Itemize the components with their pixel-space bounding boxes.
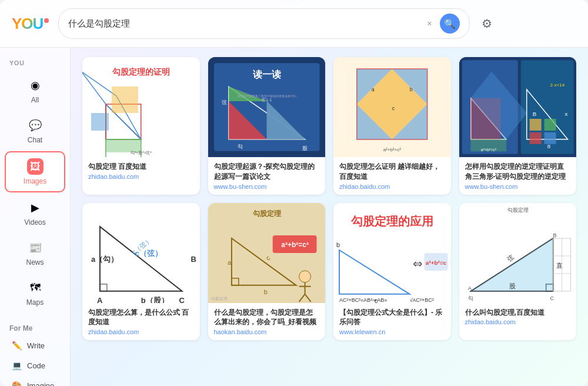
app-container: YOU × 🔍 ⚙ YOU ◉ All 💬 Chat 🖼 [0, 0, 588, 386]
svg-text:B: B [532, 111, 536, 117]
card-svg-8: 股 直 弦 勾股定理 勾 C B [459, 203, 577, 303]
svg-rect-50 [529, 132, 541, 144]
sidebar-you-label: YOU [0, 57, 70, 70]
svg-text:我国古代把直角三角形中较短的直角边称为勾: 我国古代把直角三角形中较短的直角边称为勾 [237, 94, 296, 98]
card-info-2: 勾股定理起源？-探究勾股定理的起源写一篇议论文 www.bu-shen.com [208, 157, 326, 195]
main-layout: YOU ◉ All 💬 Chat 🖼 Images ▶ Videos 📰 New… [0, 48, 588, 386]
svg-text:a²+b²=c²: a²+b²=c² [281, 241, 309, 249]
chat-icon: 💬 [27, 117, 44, 134]
card-url-6: haokan.baidu.com [214, 328, 320, 335]
card-title-8: 什么叫勾股定理,百度知道 [465, 308, 571, 318]
svg-text:a（勾）: a（勾） [91, 255, 118, 264]
svg-text:a²+b²=c: a²+b²=c [426, 259, 447, 266]
svg-text:a²+b²=c²: a²+b²=c² [383, 147, 401, 152]
sidebar-news-label: News [26, 258, 44, 267]
search-bar: × 🔍 [58, 8, 470, 39]
svg-text:√AC²+BC²: √AC²+BC² [410, 297, 434, 302]
svg-text:b: b [263, 288, 267, 295]
sidebar-item-maps[interactable]: 🗺 Maps [5, 274, 65, 312]
card-svg-3: a b c a²+b²=c² [333, 57, 451, 157]
svg-rect-49 [544, 119, 556, 131]
image-thumb-2: 读一读 勾 股 弦 图1-1 [208, 57, 326, 157]
svg-text:b: b [410, 86, 413, 92]
sidebar-item-videos[interactable]: ▶ Videos [5, 194, 65, 232]
card-url-5: zhidao.baidu.com [88, 328, 194, 335]
image-card-5[interactable]: B b（股） a（勾） c（弦） A C c（弦） 勾股定理怎么算，是什么公式 … [82, 203, 200, 341]
sidebar-item-news[interactable]: 📰 News [5, 234, 65, 272]
card-title-2: 勾股定理起源？-探究勾股定理的起源写一篇议论文 [214, 162, 320, 182]
sidebar-item-all[interactable]: ◉ All [5, 71, 65, 110]
card-svg-1: 勾股定理的证明 勾²+股²=弦² [82, 57, 200, 157]
image-thumb-5: B b（股） a（勾） c（弦） A C c（弦） [82, 203, 200, 303]
svg-rect-7 [112, 86, 138, 113]
svg-text:直: 直 [556, 262, 562, 269]
sidebar-item-images[interactable]: 🖼 Images [5, 151, 65, 192]
sidebar-item-code[interactable]: 💻 Code [4, 356, 66, 375]
image-card-7[interactable]: 勾股定理的应用 b c ⇔ a²+b²=c AC²+BC²=AB²⇒AB= [333, 203, 451, 341]
svg-text:AC²+BC²=AB²⇒AB=: AC²+BC²=AB²⇒AB= [339, 297, 387, 302]
imagine-label: Imagine [27, 381, 54, 387]
svg-text:C: C [550, 295, 554, 301]
svg-text:B: B [191, 255, 196, 264]
card-info-4: 怎样用勾股定理的逆定理证明直角三角形-证明勾股定理的逆定理 www.bu-she… [459, 157, 577, 195]
card-info-8: 什么叫勾股定理,百度知道 zhidao.baidu.com [459, 303, 577, 331]
sidebar-images-label: Images [24, 177, 46, 185]
clear-button[interactable]: × [423, 18, 435, 29]
videos-icon: ▶ [27, 199, 44, 216]
image-card-8[interactable]: 股 直 弦 勾股定理 勾 C B [459, 203, 577, 341]
image-thumb-7: 勾股定理的应用 b c ⇔ a²+b²=c AC²+BC²=AB²⇒AB= [333, 203, 451, 303]
code-icon: 💻 [11, 361, 22, 370]
card-title-4: 怎样用勾股定理的逆定理证明直角三角形-证明勾股定理的逆定理 [465, 162, 571, 182]
logo-dot [44, 18, 49, 23]
search-button[interactable]: 🔍 [440, 14, 460, 34]
write-label: Write [27, 341, 45, 350]
svg-text:读一读: 读一读 [252, 69, 280, 79]
svg-text:勾股定理的应用: 勾股定理的应用 [350, 215, 433, 228]
for-me-label: For Me [0, 322, 70, 335]
imagine-icon: 🎨 [11, 381, 22, 386]
svg-text:c: c [392, 105, 395, 111]
card-svg-2: 读一读 勾 股 弦 图1-1 [208, 57, 326, 157]
image-card-4[interactable]: a²+b²=c² B 8 x 2-x<14 [459, 57, 577, 195]
settings-button[interactable]: ⚙ [477, 14, 497, 33]
svg-text:勾股定理: 勾股定理 [507, 207, 528, 213]
image-card-3[interactable]: a b c a²+b²=c² 勾股定理怎么证明 越详细越好，百度知道 zhida… [333, 57, 451, 195]
search-input[interactable] [68, 19, 419, 29]
code-label: Code [27, 361, 45, 370]
card-svg-6: 勾股定理 a b c a²+b²=c² [208, 203, 326, 303]
card-title-3: 勾股定理怎么证明 越详细越好，百度知道 [339, 162, 445, 182]
card-url-8: zhidao.baidu.com [465, 318, 571, 325]
svg-text:勾股定理: 勾股定理 [211, 296, 227, 300]
sidebar-item-imagine[interactable]: 🎨 Imagine [4, 376, 66, 386]
card-url-4: www.bu-shen.com [465, 183, 571, 190]
card-title-7: 【勾股定理公式大全是什么】- 乐乐问答 [339, 308, 445, 328]
svg-text:2-x<14: 2-x<14 [550, 82, 564, 88]
card-url-3: zhidao.baidu.com [339, 183, 445, 190]
write-icon: ✏️ [11, 341, 22, 350]
svg-text:股: 股 [509, 282, 515, 289]
search-icon: 🔍 [444, 18, 456, 29]
svg-rect-48 [529, 119, 541, 131]
sidebar-item-chat[interactable]: 💬 Chat [5, 111, 65, 150]
svg-rect-6 [91, 113, 109, 131]
card-title-1: 勾股定理 百度知道 [88, 162, 194, 172]
image-card-2[interactable]: 读一读 勾 股 弦 图1-1 [208, 57, 326, 195]
card-info-1: 勾股定理 百度知道 zhidao.baidu.com [82, 157, 200, 185]
logo: YOU [12, 15, 49, 33]
card-title-6: 什么是勾股定理，勾股定理是怎么算出来的，你会了吗_好看视频 [214, 308, 320, 328]
svg-text:图1-1: 图1-1 [262, 98, 272, 102]
image-thumb-8: 股 直 弦 勾股定理 勾 C B [459, 203, 577, 303]
sidebar-maps-label: Maps [26, 298, 44, 307]
svg-rect-51 [544, 132, 556, 144]
svg-text:弦: 弦 [222, 99, 227, 105]
image-grid: 勾股定理的证明 勾²+股²=弦² [82, 57, 576, 340]
svg-text:A: A [97, 295, 103, 302]
svg-text:b（股）: b（股） [141, 295, 169, 302]
card-info-5: 勾股定理怎么算，是什么公式 百度知道 zhidao.baidu.com [82, 303, 200, 341]
image-card-6[interactable]: 勾股定理 a b c a²+b²=c² [208, 203, 326, 341]
svg-text:x: x [564, 111, 567, 117]
maps-icon: 🗺 [27, 279, 44, 296]
sidebar-item-write[interactable]: ✏️ Write [4, 336, 66, 355]
sidebar-all-label: All [31, 96, 39, 104]
image-card-1[interactable]: 勾股定理的证明 勾²+股²=弦² [82, 57, 200, 195]
